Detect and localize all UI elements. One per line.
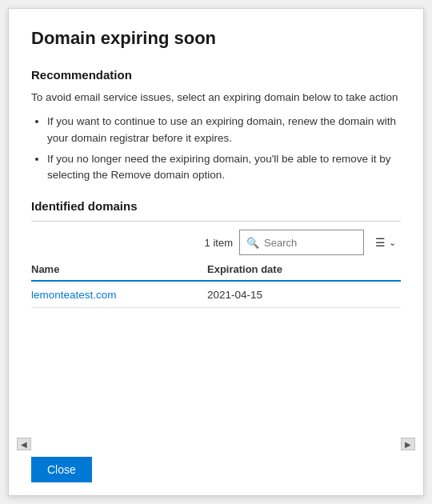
dialog-title: Domain expiring soon: [31, 28, 401, 49]
close-button[interactable]: Close: [31, 457, 92, 482]
dialog-content: Domain expiring soon Recommendation To a…: [9, 9, 423, 431]
table-toolbar: 1 item 🔍 ☰ ⌄: [31, 230, 401, 255]
bullet-item-1: If you want to continue to use an expiri…: [47, 114, 401, 146]
table-row: lemonteatest.com 2021-04-15: [31, 282, 401, 308]
scroll-right-button[interactable]: ▶: [401, 438, 415, 450]
identified-domains-section: Identified domains 1 item 🔍 ☰ ⌄ Name Exp…: [31, 199, 401, 308]
domain-link[interactable]: lemonteatest.com: [31, 289, 117, 301]
column-header-expiration: Expiration date: [207, 263, 282, 275]
scroll-left-button[interactable]: ◀: [17, 438, 31, 450]
search-icon: 🔍: [246, 237, 259, 249]
expiration-date-cell: 2021-04-15: [207, 289, 262, 301]
domain-name-cell: lemonteatest.com: [31, 288, 207, 301]
identified-domains-title: Identified domains: [31, 199, 401, 213]
filter-icon: ☰: [375, 236, 386, 249]
item-count: 1 item: [205, 237, 233, 249]
chevron-down-icon: ⌄: [389, 238, 396, 248]
recommendation-section: Recommendation To avoid email service is…: [31, 68, 401, 183]
dialog-footer: Close: [9, 447, 423, 495]
section-divider: [31, 221, 401, 222]
table-header-row: Name Expiration date: [31, 258, 401, 282]
dialog: Domain expiring soon Recommendation To a…: [8, 8, 424, 496]
bullet-item-2: If you no longer need the exipiring doma…: [47, 151, 401, 184]
search-input[interactable]: [264, 237, 357, 249]
column-header-name: Name: [31, 263, 207, 275]
search-box[interactable]: 🔍: [239, 230, 364, 255]
filter-button[interactable]: ☰ ⌄: [370, 233, 401, 252]
recommendation-intro: To avoid email service issues, select an…: [31, 90, 401, 106]
recommendation-title: Recommendation: [31, 68, 401, 82]
recommendation-bullets: If you want to continue to use an expiri…: [47, 114, 401, 183]
